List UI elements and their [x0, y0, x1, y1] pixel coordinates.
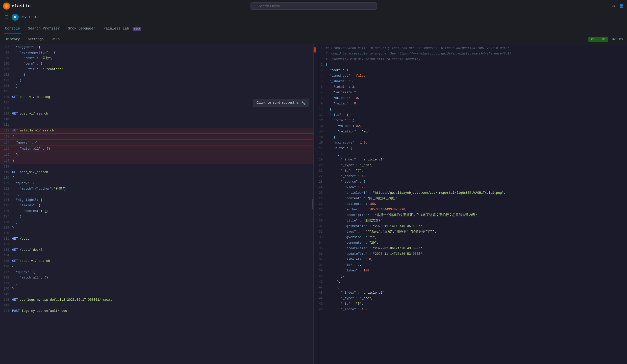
editor-line: 135 GET /post_v1/_search — [0, 258, 313, 264]
output-line: 18 { — [314, 151, 627, 157]
editor-line: 143 — [0, 303, 313, 308]
tab-grok-debugger[interactable]: Grok Debugger — [67, 24, 96, 34]
output-line: 35 "createTime" : "2022-02-06T21:20:43.0… — [314, 246, 627, 251]
toolbar: History Settings Help 200 - OK 323 ms — [0, 34, 627, 44]
output-line: 17 "hits" : [ — [314, 146, 626, 151]
output-line: 27 "collects" : 100, — [314, 201, 627, 207]
editor-line: 141 — [0, 292, 313, 297]
output-content[interactable]: 1 #! Elasticsearch built-in security fea… — [314, 44, 627, 364]
response-time: 323 ms — [612, 38, 623, 41]
tooltip-text: Click to send request — [257, 101, 295, 105]
editor-line: 101 "field" : "content" — [0, 67, 313, 72]
editor-line: 126 "content": {} — [0, 208, 313, 214]
output-line: 3 "took" : 1, — [314, 68, 627, 73]
editor-line: 99 "text" : "公孙", — [0, 55, 313, 61]
output-line: 22 "_score" : 1.0, — [314, 174, 627, 179]
output-close-button[interactable]: ✕ — [314, 47, 316, 52]
editor-line: 120 { — [0, 175, 313, 181]
output-line: 25 "articleurl" : "https://gw.alipayobje… — [314, 190, 627, 196]
output-line: 41 }, — [314, 279, 627, 285]
user-avatar: D — [12, 14, 19, 21]
editor-line: 111 — [0, 122, 313, 128]
output-line: 2 { — [314, 62, 627, 68]
editor-line: 137 "query": { — [0, 269, 313, 275]
editor-line: 122 "match":{"author":"杜甫"} — [0, 186, 313, 192]
output-panel: ✕ 1 #! Elasticsearch built-in security f… — [314, 44, 627, 364]
output-line: 43 "_index" : "article_v1", — [314, 290, 627, 296]
hamburger-button[interactable]: ☰ — [4, 14, 10, 21]
editor-line: 102 } — [0, 72, 313, 78]
output-line: 44 "_type" : "_doc", — [314, 296, 627, 301]
settings-button[interactable]: Settings — [26, 36, 46, 42]
output-line: 36 "updateTime" : "2023-11-14T13:36:53.0… — [314, 251, 627, 257]
editor-line: 98 "my-suggestion" : { — [0, 50, 313, 55]
editor-line: 133 GET /post/_doc/5 — [0, 247, 313, 253]
editor-line: 97 "suggest" : { — [0, 44, 313, 50]
editor-panel: 97 "suggest" : { 98 "my-suggestion" : { … — [0, 44, 314, 364]
editor-line-highlighted: 115 "match_all" : {} — [0, 146, 313, 152]
editor-line: 127 } — [0, 214, 313, 219]
editor-line: 125 "fields": { — [0, 203, 313, 208]
output-line: 39 "likes" : 108 — [314, 268, 627, 273]
editor-line: 123 }, — [0, 192, 313, 197]
search-bar-container: 🔍 — [250, 2, 377, 10]
nav-right: ⚙️ 👤 — [612, 4, 624, 9]
output-line: 30 "title" : "测试文章7", — [314, 218, 627, 223]
output-line: 14 "relation" : "eq" — [314, 129, 626, 134]
output-line: 46 "_score" : 1.0, — [314, 307, 627, 312]
panel-divider[interactable] — [312, 199, 313, 209]
wrench-icon[interactable]: 🔧 — [301, 101, 306, 105]
global-search-input[interactable] — [250, 2, 377, 10]
output-line: 37 "isDelete" : 0, — [314, 257, 627, 262]
output-line: 4 "timed_out" : false, — [314, 73, 627, 79]
beta-badge: BETA — [133, 27, 141, 31]
tab-console[interactable]: Console — [4, 24, 21, 34]
output-line: 23 "_source" : { — [314, 179, 627, 185]
editor-line: 142 GET .ds-logs-my_app-default2-2023.09… — [0, 297, 313, 303]
output-line: 20 "_type" : "_doc", — [314, 162, 627, 168]
output-line: 7 "successful" : 3, — [314, 90, 627, 95]
editor-line: 103 } — [0, 78, 313, 83]
editor-line-highlighted: 113 { — [0, 134, 313, 140]
settings-nav-icon[interactable]: ⚙️ — [612, 4, 615, 9]
output-line: 28 "authorid" : 1657284844934873090, — [314, 207, 627, 212]
editor-line: 138 "match_all": {} — [0, 275, 313, 281]
output-line: 9 "failed" : 0 — [314, 101, 627, 106]
output-line: 32 "tags" : """["Java","后端","服务器","经验分享"… — [314, 229, 627, 235]
elastic-logo-icon: 🔶 — [3, 3, 10, 10]
help-button[interactable]: Help — [50, 36, 62, 42]
breadcrumb-nav: ☰ D Dev Tools — [0, 12, 627, 22]
output-line: 11 "hits" : { — [314, 112, 626, 118]
status-badge: 200 - OK — [588, 37, 608, 42]
output-line: 24 "view" : 20, — [314, 185, 627, 190]
editor-line: 134 — [0, 253, 313, 258]
output-line: 33 "@version" : "1", — [314, 235, 627, 240]
output-line: # /security-minimal-setup.html to enable… — [314, 57, 627, 62]
output-line: 29 "description" : "这是一个简单的文章摘要，它描述了这篇文章… — [314, 212, 627, 218]
breadcrumb-devtools[interactable]: Dev Tools — [21, 15, 38, 19]
top-nav: 🔶 elastic 🔍 ⚙️ 👤 — [0, 0, 627, 12]
output-line: 5 "_shards" : { — [314, 79, 627, 84]
editor-line: 124 "highlight": { — [0, 197, 313, 203]
output-line: 42 { — [314, 285, 627, 290]
user-nav-icon[interactable]: 👤 — [619, 4, 624, 9]
play-button[interactable]: ▶ — [297, 100, 299, 105]
tabs-bar: Console Search Profiler Grok Debugger Pa… — [0, 22, 627, 34]
output-line: # could be accessible to anyone. See htt… — [314, 51, 627, 57]
tab-search-profiler[interactable]: Search Profiler — [27, 24, 61, 34]
editor-line: 128 } — [0, 219, 313, 225]
editor-line: 139 } — [0, 281, 313, 286]
output-highlight-box: 11 "hits" : { 12 "total" : { 13 "value" … — [314, 112, 626, 151]
output-line: 10 }, — [314, 106, 627, 112]
output-line: 6 "total" : 3, — [314, 84, 627, 90]
tab-painless-lab[interactable]: Painless Lab BETA — [103, 24, 142, 34]
elastic-logo[interactable]: 🔶 elastic — [3, 3, 31, 10]
output-line: 31 "@timestamp" : "2023-11-14T13:40:35.6… — [314, 223, 627, 229]
history-button[interactable]: History — [4, 36, 22, 42]
output-line: 45 "_id" : "5", — [314, 301, 627, 307]
output-line: 19 "_index" : "article_v1", — [314, 157, 627, 162]
editor-line: 132 — [0, 242, 313, 247]
editor-line: 144 POST logs-my_app-default/_doc — [0, 308, 313, 314]
send-request-tooltip: Click to send request ▶ 🔧 — [253, 99, 309, 107]
editor-content[interactable]: 97 "suggest" : { 98 "my-suggestion" : { … — [0, 44, 313, 364]
